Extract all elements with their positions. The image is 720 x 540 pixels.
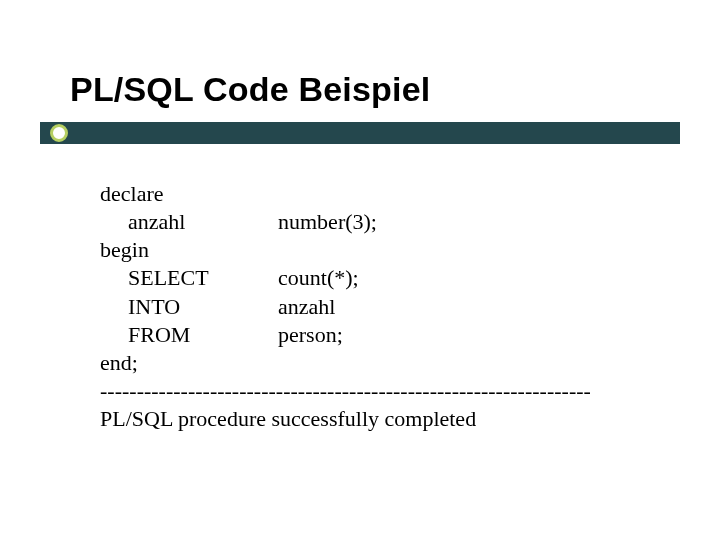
code-keyword: end; (100, 349, 250, 377)
code-line-5: INTO anzahl (100, 293, 660, 321)
code-line-2: anzahl number(3); (100, 208, 660, 236)
code-keyword: anzahl (100, 208, 278, 236)
code-keyword: FROM (100, 321, 278, 349)
code-keyword: begin (100, 236, 250, 264)
code-line-3: begin (100, 236, 660, 264)
code-keyword: SELECT (100, 264, 278, 292)
code-block: declare anzahl number(3); begin SELECT c… (100, 180, 660, 433)
bullet-icon (50, 124, 68, 142)
slide-title: PL/SQL Code Beispiel (70, 70, 430, 109)
code-line-6: FROM person; (100, 321, 660, 349)
code-value: number(3); (278, 208, 377, 236)
code-value: anzahl (278, 293, 335, 321)
code-value: person; (278, 321, 343, 349)
separator-line: ----------------------------------------… (100, 377, 660, 405)
code-keyword: declare (100, 180, 250, 208)
title-underline-bar (40, 122, 680, 144)
slide: PL/SQL Code Beispiel declare anzahl numb… (0, 0, 720, 540)
code-line-4: SELECT count(*); (100, 264, 660, 292)
result-line: PL/SQL procedure successfully completed (100, 405, 660, 433)
code-line-7: end; (100, 349, 660, 377)
code-value: count(*); (278, 264, 359, 292)
code-line-1: declare (100, 180, 660, 208)
code-keyword: INTO (100, 293, 278, 321)
